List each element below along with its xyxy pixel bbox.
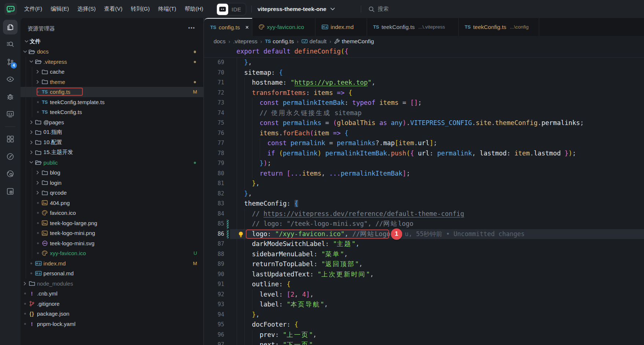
- section-files[interactable]: 文件: [21, 37, 203, 47]
- code-editor[interactable]: 69 },70 sitemap: {71 hostname: "https://…: [204, 58, 644, 345]
- code-line-84[interactable]: 84 // https://vitepress.dev/reference/de…: [204, 209, 644, 219]
- code-text: const permalinks = (globalThis as any).V…: [237, 118, 584, 128]
- settings-gear-box-icon[interactable]: [3, 184, 18, 199]
- tree-file-pnpm-lock.yaml[interactable]: !pnpm-lock.yaml: [21, 319, 203, 329]
- breadcrumb-themeConfig[interactable]: themeConfig: [334, 38, 374, 45]
- tree-folder-theme[interactable]: theme: [21, 77, 203, 87]
- tab-xyy-favicon.ico[interactable]: xyy-favicon.ico: [252, 18, 315, 36]
- code-line-96[interactable]: 96 prev: "上一页",: [204, 330, 644, 340]
- tree-file-xyy-favicon.ico[interactable]: xyy-favicon.icoU: [21, 248, 203, 258]
- code-line-80[interactable]: 80 return [...items, ...permalinkItemBak…: [204, 169, 644, 179]
- tree-file-404.png[interactable]: 404.png: [21, 198, 203, 208]
- tree-folder-docs[interactable]: docs: [21, 47, 203, 57]
- tab-index.md[interactable]: index.md: [315, 18, 367, 36]
- tree-folder-node_modules[interactable]: node_modules: [21, 279, 203, 289]
- search-list-icon[interactable]: [3, 37, 18, 52]
- tree-file-package.json[interactable]: {}package.json: [21, 309, 203, 319]
- tree-file-index.md[interactable]: index.mdM: [21, 258, 203, 269]
- code-line-73[interactable]: 73 const permalinkItemBak: typeof items …: [204, 98, 644, 108]
- menu-查看(V)[interactable]: 查看(V): [104, 4, 123, 14]
- menu-文件(F)[interactable]: 文件(F): [24, 4, 42, 14]
- code-line-81[interactable]: 81 },: [204, 179, 644, 189]
- menu-转到(G)[interactable]: 转到(G): [130, 4, 150, 14]
- code-line-89[interactable]: 89 returnToTopLabel: "返回顶部",: [204, 259, 644, 269]
- debug-bug-icon[interactable]: [3, 89, 18, 104]
- menu-编辑(E)[interactable]: 编辑(E): [50, 4, 69, 14]
- breadcrumb-docs[interactable]: docs: [214, 38, 226, 45]
- code-line-77[interactable]: 77 const permalink = permalinks?.map[ite…: [204, 138, 644, 148]
- breadcrumb-config.ts[interactable]: TSconfig.ts: [265, 38, 294, 45]
- tree-folder-01.指南[interactable]: 01.指南: [21, 127, 203, 137]
- tree-file-teekConfig.ts[interactable]: TSteekConfig.ts: [21, 107, 203, 117]
- ts-icon: TS: [373, 24, 379, 30]
- code-line-93[interactable]: 93 label: "本页导航",: [204, 300, 644, 310]
- menu-帮助(H)[interactable]: 帮助(H): [184, 4, 204, 14]
- tab-teekConfig.ts-5[interactable]: TSteekConfig.ts...\config: [459, 18, 539, 36]
- code-search-icon[interactable]: [3, 166, 18, 181]
- code-line-78[interactable]: 78 if (permalink) permalinkItemBak.push(…: [204, 148, 644, 159]
- source-control-icon[interactable]: 4: [3, 55, 18, 69]
- tab-teekConfig.ts-4[interactable]: TSteekConfig.ts...\.vitepress: [367, 18, 459, 36]
- code-line-76[interactable]: 76 items.forEach(item => {: [204, 128, 644, 139]
- breadcrumb-.vitepress[interactable]: .vitepress: [233, 38, 257, 45]
- tree-file-.gitignore[interactable]: .gitignore: [21, 299, 203, 309]
- code-line-83[interactable]: 83 themeConfig: {: [204, 199, 644, 209]
- code-line-87[interactable]: 87 darkModeSwitchLabel: "主题",: [204, 239, 644, 249]
- project-switcher[interactable]: vitepress-theme-teek-one: [258, 0, 335, 18]
- tree-folder-public[interactable]: public: [21, 158, 203, 168]
- screen-code-icon[interactable]: [3, 107, 18, 121]
- breadcrumb-default[interactable]: default: [301, 38, 327, 45]
- tree-folder-cache[interactable]: cache: [21, 67, 203, 77]
- tab-config.ts[interactable]: TSconfig.ts×: [204, 18, 252, 36]
- menu-终端(T)[interactable]: 终端(T): [158, 4, 177, 14]
- tree-file-favicon.ico[interactable]: favicon.ico: [21, 208, 203, 218]
- tree-folder-10.配置[interactable]: 10.配置: [21, 137, 203, 148]
- code-line-74[interactable]: 74 // 使用永久链接生成 sitemap: [204, 108, 644, 118]
- preview-eye-icon[interactable]: [3, 72, 18, 87]
- code-line-71[interactable]: 71 hostname: "https://vp.teek.top",: [204, 78, 644, 88]
- code-line-69[interactable]: 69 },: [204, 58, 644, 68]
- tree-folder-15.主题开发[interactable]: 15.主题开发: [21, 147, 203, 158]
- close-icon[interactable]: ×: [245, 24, 249, 31]
- code-text: prev: "上一页",: [237, 330, 317, 340]
- tree-file-config.ts[interactable]: TSconfig.tsM: [21, 87, 203, 97]
- code-line-86[interactable]: 86 logo: "/xyy-favicon.ico", //网站Logo1u,…: [204, 229, 644, 239]
- code-line-95[interactable]: 95 docFooter: {: [204, 320, 644, 330]
- code-line-70[interactable]: 70 sitemap: {: [204, 68, 644, 78]
- code-line-97[interactable]: 97 next: "下一页",: [204, 340, 644, 345]
- tree-folder-.vitepress[interactable]: .vitepress: [21, 57, 203, 67]
- line-number: 74: [204, 108, 224, 118]
- tree-file-teek-logo-mini.png[interactable]: teek-logo-mini.png: [21, 228, 203, 238]
- line-number: 72: [204, 88, 224, 98]
- code-line-91[interactable]: 91 outline: {: [204, 279, 644, 290]
- ellipsis-icon[interactable]: •••: [188, 25, 195, 31]
- code-line-79[interactable]: 79 });: [204, 158, 644, 169]
- ide-button[interactable]: IDE: [216, 3, 246, 15]
- palette-icon: [41, 208, 48, 218]
- cnb-logo[interactable]: [4, 3, 17, 15]
- tree-file-.cnb.yml[interactable]: !.cnb.yml: [21, 289, 203, 299]
- code-line-82[interactable]: 82 },: [204, 189, 644, 199]
- folder-icon: [41, 168, 48, 178]
- code-line-72[interactable]: 72 transformItems: items => {: [204, 88, 644, 98]
- sticky-scroll-line[interactable]: export default defineConfig({: [204, 47, 644, 58]
- code-line-88[interactable]: 88 sidebarMenuLabel: "菜单",: [204, 249, 644, 260]
- tree-folder-qrcode[interactable]: qrcode: [21, 188, 203, 198]
- code-line-94[interactable]: 94 },: [204, 310, 644, 320]
- tree-file-personal.md[interactable]: personal.md: [21, 268, 203, 279]
- explorer-files-icon[interactable]: [3, 20, 18, 34]
- extensions-grid-icon[interactable]: [3, 132, 18, 146]
- tree-folder-@pages[interactable]: @pages: [21, 117, 203, 128]
- code-line-75[interactable]: 75 const permalinks = (globalThis as any…: [204, 118, 644, 128]
- menu-选择(S)[interactable]: 选择(S): [77, 4, 96, 14]
- tree-file-teek-logo-large.png[interactable]: teek-logo-large.png: [21, 218, 203, 228]
- code-line-92[interactable]: 92 level: [2, 4],: [204, 290, 644, 300]
- tree-folder-login[interactable]: login: [21, 178, 203, 188]
- tree-folder-blog[interactable]: blog: [21, 168, 203, 178]
- tree-file-teek-logo-mini.svg[interactable]: teek-logo-mini.svg: [21, 238, 203, 249]
- timer-gauge-icon[interactable]: [3, 149, 18, 164]
- global-search[interactable]: 搜索: [368, 0, 389, 18]
- code-line-85[interactable]: 85 // logo: "/teek-logo-mini.svg", //网站l…: [204, 219, 644, 229]
- tree-file-teekConfig.template.ts[interactable]: TSteekConfig.template.ts: [21, 97, 203, 107]
- code-line-90[interactable]: 90 lastUpdatedText: "上次更新时间",: [204, 269, 644, 280]
